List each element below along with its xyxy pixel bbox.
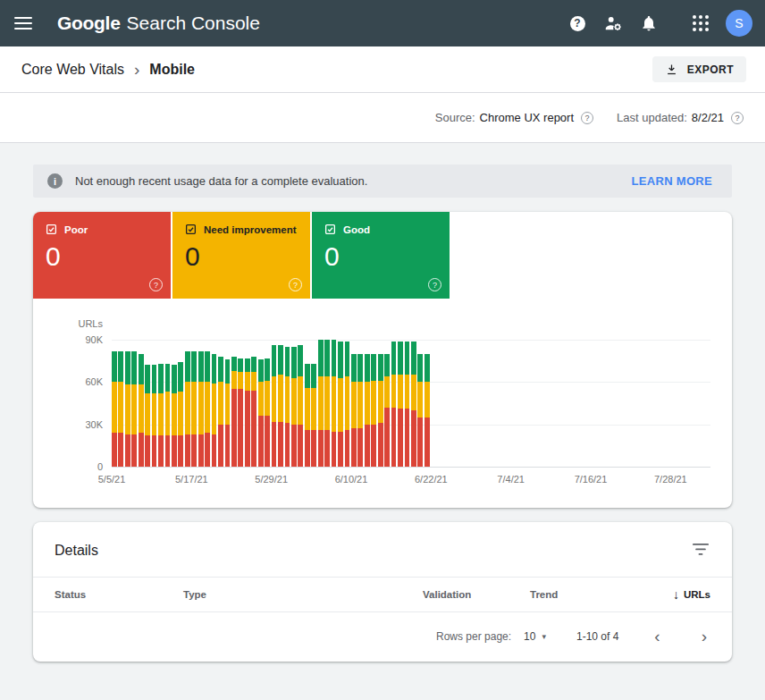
chart-bar-5/26/21[interactable] <box>251 357 256 467</box>
chart-bar-5/29/21[interactable] <box>272 345 277 467</box>
checkbox-checked-icon[interactable] <box>324 223 336 235</box>
last-updated-value: 8/2/21 <box>692 111 724 124</box>
hamburger-menu-icon[interactable] <box>14 17 32 30</box>
chart-bar-6/6/21[interactable] <box>324 340 330 467</box>
column-header-urls[interactable]: ↓ URLs <box>630 588 710 601</box>
chart-bar-5/24/21[interactable] <box>238 358 243 467</box>
avatar[interactable]: S <box>726 10 752 37</box>
chart-bar-6/1/21[interactable] <box>291 347 297 467</box>
last-updated-help-icon[interactable]: ? <box>731 112 744 124</box>
chart-bar-6/9/21[interactable] <box>345 342 350 467</box>
bar-segment <box>265 416 270 467</box>
chart-bar-6/10/21[interactable] <box>351 354 357 467</box>
bar-segment <box>212 384 217 434</box>
bar-segment <box>345 430 350 467</box>
chart-bar-5/5/21[interactable] <box>112 351 117 467</box>
chart-bar-5/16/21[interactable] <box>185 351 190 467</box>
chart-bar-6/2/21[interactable] <box>298 345 303 467</box>
bar-segment <box>405 342 410 375</box>
chart-bar-6/17/21[interactable] <box>398 342 403 467</box>
chart-bar-5/6/21[interactable] <box>118 351 123 467</box>
bar-segment <box>291 347 297 378</box>
bar-segment <box>191 434 197 467</box>
summary-help-icon[interactable]: ? <box>289 278 302 291</box>
sort-descending-icon: ↓ <box>673 588 679 601</box>
checkbox-checked-icon[interactable] <box>46 223 57 235</box>
column-header-trend[interactable]: Trend <box>530 589 630 600</box>
chart-bar-6/21/21[interactable] <box>425 354 430 467</box>
summary-box-good[interactable]: Good 0 ? <box>312 212 450 299</box>
chart-bar-5/31/21[interactable] <box>285 347 290 467</box>
bar-segment <box>265 358 270 381</box>
learn-more-link[interactable]: LEARN MORE <box>626 173 718 189</box>
summary-box-need-improvement[interactable]: Need improvement 0 ? <box>172 212 310 299</box>
chart-bar-6/16/21[interactable] <box>391 342 397 467</box>
chart-bar-5/9/21[interactable] <box>139 354 144 467</box>
apps-grid-icon[interactable] <box>688 11 713 36</box>
chart-bar-6/14/21[interactable] <box>378 354 383 467</box>
next-page-button[interactable]: › <box>698 628 710 645</box>
breadcrumb-core-web-vitals[interactable]: Core Web Vitals <box>21 62 124 78</box>
filter-list-icon[interactable] <box>691 540 710 561</box>
bar-segment <box>351 382 357 428</box>
chart-bar-6/8/21[interactable] <box>338 342 343 467</box>
summary-value: 0 <box>46 241 158 272</box>
help-icon[interactable]: ? <box>565 11 590 36</box>
bar-segment <box>218 357 223 382</box>
chart-bar-6/11/21[interactable] <box>357 354 363 467</box>
column-header-validation[interactable]: Validation <box>423 589 530 600</box>
chart-bar-5/15/21[interactable] <box>178 362 183 467</box>
chart-bar-6/18/21[interactable] <box>405 342 410 467</box>
chart-bar-5/20/21[interactable] <box>212 354 217 467</box>
notifications-icon[interactable] <box>636 11 661 36</box>
chart-bar-6/12/21[interactable] <box>365 354 370 467</box>
rows-per-page-select[interactable]: 10 ▾ <box>524 630 546 643</box>
chart-x-tick-label: 5/29/21 <box>255 474 288 485</box>
chart-bar-6/13/21[interactable] <box>371 354 376 467</box>
chart-bar-5/22/21[interactable] <box>225 359 231 467</box>
bar-segment <box>298 425 303 467</box>
summary-help-icon[interactable]: ? <box>428 278 441 291</box>
chart-bar-5/10/21[interactable] <box>145 365 150 467</box>
chart-bar-5/21/21[interactable] <box>218 357 223 467</box>
column-header-type[interactable]: Type <box>183 589 423 600</box>
chart-bar-5/19/21[interactable] <box>205 351 210 467</box>
export-button[interactable]: EXPORT <box>652 56 746 82</box>
chart-bar-5/8/21[interactable] <box>131 351 137 467</box>
chart-bar-5/25/21[interactable] <box>245 358 250 467</box>
bar-segment <box>298 376 303 425</box>
chart-bar-5/7/21[interactable] <box>125 351 130 467</box>
chart-bar-5/27/21[interactable] <box>258 359 264 467</box>
bar-segment <box>245 358 250 373</box>
previous-page-button[interactable]: ‹ <box>651 628 663 645</box>
chart-bar-5/30/21[interactable] <box>278 345 283 467</box>
chart-bar-6/5/21[interactable] <box>318 340 324 467</box>
bar-segment <box>398 409 403 467</box>
chart-bar-5/12/21[interactable] <box>158 364 164 467</box>
chart-bar-5/23/21[interactable] <box>231 357 237 467</box>
summary-help-icon[interactable]: ? <box>149 278 163 291</box>
checkbox-checked-icon[interactable] <box>185 223 197 235</box>
manage-users-icon[interactable] <box>601 11 626 36</box>
chart-bar-6/3/21[interactable] <box>305 364 310 467</box>
chart-bar-6/15/21[interactable] <box>384 354 390 467</box>
column-header-status[interactable]: Status <box>55 589 183 600</box>
bar-segment <box>365 354 370 383</box>
chart-bar-5/28/21[interactable] <box>265 358 270 467</box>
chart-bar-5/13/21[interactable] <box>165 364 171 467</box>
chart-bar-6/19/21[interactable] <box>411 342 416 467</box>
summary-box-poor[interactable]: Poor 0 ? <box>33 212 171 299</box>
chart-bar-6/20/21[interactable] <box>417 354 423 467</box>
source-help-icon[interactable]: ? <box>581 112 593 124</box>
bar-segment <box>324 430 330 467</box>
chart-bar-5/18/21[interactable] <box>198 351 204 467</box>
breadcrumb-bar: Core Web Vitals › Mobile EXPORT <box>0 46 765 93</box>
chart-bar-5/14/21[interactable] <box>172 365 177 467</box>
chart-bar-6/7/21[interactable] <box>332 340 337 467</box>
chart-bar-6/4/21[interactable] <box>311 364 316 467</box>
details-card: Details Status Type Validation Trend ↓ U… <box>33 522 732 662</box>
bar-segment <box>338 342 343 378</box>
chart-bar-5/11/21[interactable] <box>152 365 157 467</box>
bar-segment <box>139 433 144 467</box>
chart-bar-5/17/21[interactable] <box>191 351 197 467</box>
